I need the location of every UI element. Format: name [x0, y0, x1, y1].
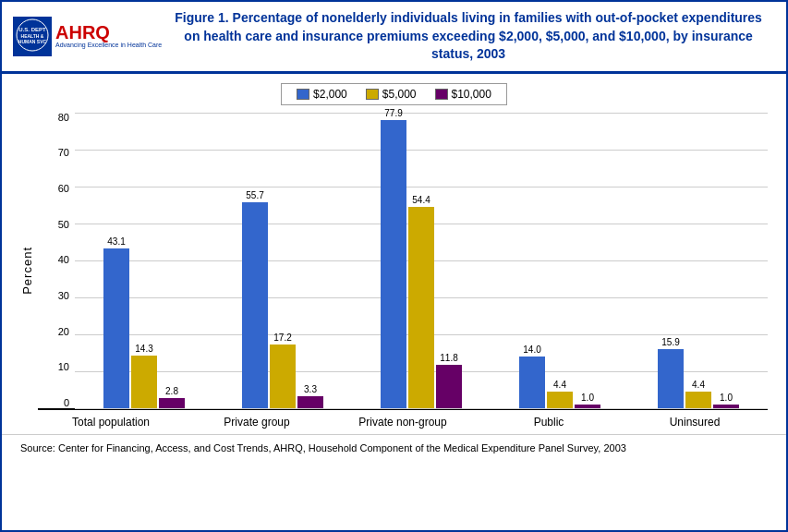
chart-title: Figure 1. Percentage of nonelderly indiv…	[162, 9, 775, 64]
legend-item: $5,000	[366, 88, 417, 101]
ahrq-logo: AHRQ Advancing Excellence in Health Care	[55, 23, 162, 49]
legend-swatch	[366, 89, 379, 100]
legend-item: $10,000	[435, 88, 491, 101]
groups-row: 43.114.32.855.717.23.377.954.411.814.04.…	[75, 113, 768, 408]
bars: 77.954.411.8	[381, 108, 462, 408]
legend-swatch	[297, 89, 309, 100]
y-tick-label: 0	[64, 398, 69, 408]
bar-col: 55.7	[242, 190, 268, 408]
svg-text:HUMAN SVC: HUMAN SVC	[18, 39, 47, 44]
bar-col: 1.0	[713, 393, 739, 408]
bars: 14.04.41.0	[519, 345, 600, 408]
bar-col: 17.2	[270, 332, 296, 408]
y-tick-label: 30	[58, 291, 69, 301]
bar-col: 1.0	[575, 393, 600, 408]
legend-label: $5,000	[382, 88, 417, 101]
bar-col: 2.8	[159, 386, 185, 408]
gridline	[75, 408, 768, 409]
bar-value-label: 43.1	[107, 236, 125, 247]
bar	[519, 357, 545, 408]
bar-value-label: 4.4	[692, 380, 705, 390]
legend: $2,000$5,000$10,000	[281, 83, 507, 105]
chart-container: $2,000$5,000$10,000 Percent 807060504030…	[2, 74, 786, 429]
bars: 55.717.23.3	[242, 190, 323, 408]
legend-swatch	[435, 89, 448, 100]
bar-group: 43.114.32.8	[75, 113, 213, 408]
bar-value-label: 11.8	[440, 353, 457, 363]
bar	[242, 202, 268, 408]
bar-col: 77.9	[381, 108, 406, 408]
chart-inner: 80706050403020100 43.114.32.855.717.23.3…	[38, 113, 768, 429]
y-tick-label: 10	[58, 362, 69, 372]
bar	[297, 396, 323, 408]
bar	[658, 349, 684, 408]
bar-value-label: 1.0	[581, 393, 594, 403]
bar	[159, 398, 185, 408]
y-tick-label: 80	[58, 113, 69, 123]
bar-group: 55.717.23.3	[213, 113, 352, 408]
logo-area: U.S. DEPT HEALTH & HUMAN SVC AHRQ Advanc…	[13, 17, 162, 56]
ahrq-acronym: AHRQ	[55, 23, 110, 42]
header: U.S. DEPT HEALTH & HUMAN SVC AHRQ Advanc…	[2, 2, 786, 74]
bar-value-label: 1.0	[720, 393, 733, 403]
legend-item: $2,000	[297, 88, 347, 101]
bar-col: 4.4	[685, 380, 711, 408]
bar	[575, 405, 600, 408]
x-axis-label: Private group	[184, 416, 330, 429]
bars: 15.94.41.0	[658, 337, 739, 408]
x-axis-label: Total population	[38, 416, 184, 429]
bar-value-label: 77.9	[384, 108, 402, 118]
bar	[103, 248, 129, 407]
bar-value-label: 15.9	[661, 337, 679, 347]
legend-label: $10,000	[452, 88, 491, 101]
bar-value-label: 14.0	[523, 345, 540, 355]
bar-group: 15.94.41.0	[629, 113, 768, 408]
bar-value-label: 4.4	[553, 380, 566, 390]
bar-value-label: 2.8	[165, 386, 178, 396]
x-axis-label: Public	[476, 416, 622, 429]
bar-col: 43.1	[103, 236, 129, 407]
y-tick-label: 60	[58, 184, 69, 194]
y-tick-label: 50	[58, 220, 69, 230]
bar	[436, 365, 462, 408]
bar-col: 3.3	[297, 384, 323, 408]
chart-area: Percent 80706050403020100 43.114.32.855.…	[20, 113, 768, 429]
bar-col: 14.0	[519, 345, 545, 408]
bar	[408, 207, 434, 408]
bars: 43.114.32.8	[103, 236, 185, 407]
hhs-logo: U.S. DEPT HEALTH & HUMAN SVC	[13, 17, 52, 56]
ahrq-tagline: Advancing Excellence in Health Care	[55, 42, 162, 49]
bars-and-grid: 80706050403020100 43.114.32.855.717.23.3…	[75, 113, 768, 408]
bar-value-label: 55.7	[246, 190, 263, 200]
bar-value-label: 14.3	[135, 344, 152, 354]
x-axis-label: Uninsured	[622, 416, 768, 429]
x-labels-row: Total populationPrivate groupPrivate non…	[38, 410, 768, 429]
bar	[713, 405, 739, 408]
bar-col: 11.8	[436, 353, 462, 408]
bar	[270, 345, 296, 408]
bar-col: 54.4	[408, 195, 434, 408]
bar-col: 15.9	[658, 337, 684, 408]
bar	[381, 120, 406, 408]
bar-col: 4.4	[547, 380, 573, 408]
bar	[131, 356, 157, 408]
bar-value-label: 17.2	[273, 332, 291, 343]
svg-text:U.S. DEPT: U.S. DEPT	[18, 27, 46, 32]
bar-value-label: 54.4	[412, 195, 430, 205]
bar-group: 14.04.41.0	[491, 113, 629, 408]
bar	[685, 392, 711, 408]
bar-value-label: 3.3	[304, 384, 317, 394]
bar	[547, 392, 573, 408]
y-axis-label: Percent	[20, 247, 34, 295]
bar-col: 14.3	[131, 344, 157, 408]
bar-group: 77.954.411.8	[352, 113, 491, 408]
footer: Source: Center for Financing, Access, an…	[2, 434, 786, 461]
legend-label: $2,000	[313, 88, 347, 101]
y-tick-label: 20	[58, 327, 69, 337]
x-axis-label: Private non-group	[330, 416, 476, 429]
y-tick-label: 70	[58, 148, 69, 158]
y-tick-label: 40	[58, 255, 69, 265]
